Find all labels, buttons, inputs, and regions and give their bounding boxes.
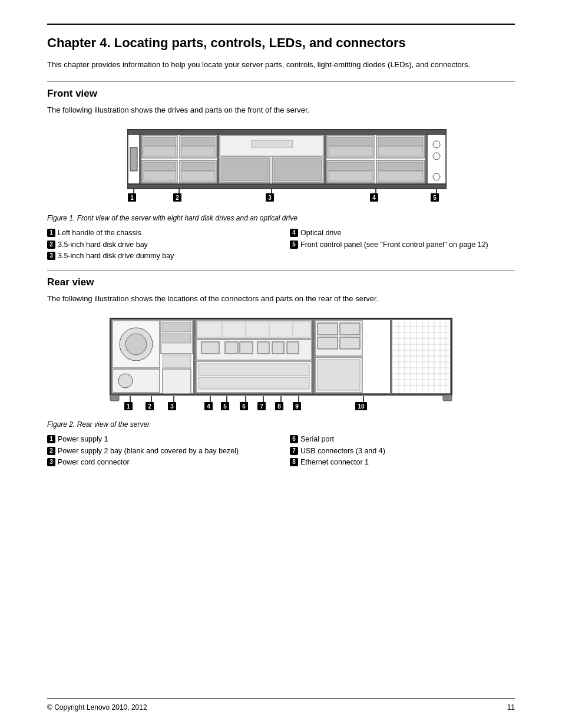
svg-rect-33: [329, 162, 372, 171]
rear-view-svg: 1 2 3 4 5 6 7: [92, 312, 470, 416]
rear-badge-7: 7: [290, 447, 298, 455]
badge-1: 1: [47, 229, 55, 237]
front-view-desc: The following illustration shows the dri…: [47, 104, 515, 116]
svg-rect-90: [340, 323, 360, 335]
svg-text:4: 4: [372, 195, 376, 201]
svg-rect-79: [240, 342, 253, 354]
rear-part-3: 3 Power cord connector: [47, 457, 272, 468]
svg-text:5: 5: [433, 195, 437, 201]
svg-rect-14: [144, 171, 176, 181]
svg-text:2: 2: [176, 195, 179, 201]
svg-rect-34: [329, 171, 372, 181]
badge-3: 3: [47, 252, 55, 260]
svg-rect-82: [287, 342, 299, 354]
front-view-caption: Figure 1. Front view of the server with …: [47, 214, 515, 222]
svg-rect-66: [163, 334, 191, 343]
svg-rect-80: [257, 342, 269, 354]
front-part-4: 4 Optical drive: [290, 228, 515, 239]
rear-badge-8: 8: [290, 458, 298, 466]
svg-rect-65: [163, 322, 191, 332]
front-view-title: Front view: [47, 88, 515, 100]
rear-part-1-text: Power supply 1: [58, 434, 272, 445]
page-number: 11: [507, 703, 515, 711]
intro-text: This chapter provides information to hel…: [47, 59, 515, 71]
svg-rect-94: [392, 319, 451, 394]
svg-rect-89: [318, 337, 338, 349]
rear-view-title: Rear view: [47, 276, 515, 288]
svg-rect-30: [378, 137, 423, 146]
svg-rect-81: [272, 342, 284, 354]
svg-text:10: 10: [358, 403, 365, 410]
svg-rect-8: [144, 146, 176, 156]
svg-rect-23: [222, 160, 268, 181]
svg-rect-4: [130, 147, 137, 171]
svg-rect-93: [318, 360, 360, 390]
svg-text:1: 1: [130, 195, 134, 201]
rear-badge-6: 6: [290, 435, 298, 443]
svg-text:1: 1: [127, 403, 130, 410]
svg-point-40: [433, 153, 440, 160]
rear-part-8-text: Ethernet connector 1: [300, 457, 515, 468]
front-part-2-text: 3.5-inch hard disk drive bay: [58, 240, 272, 251]
svg-rect-7: [144, 137, 176, 146]
svg-rect-10: [181, 137, 214, 146]
svg-rect-1: [128, 130, 446, 134]
badge-5: 5: [290, 241, 298, 249]
front-view-rule: [47, 81, 515, 82]
front-part-3-text: 3.5-inch hard disk drive dummy bay: [58, 251, 272, 262]
svg-rect-17: [181, 171, 214, 181]
svg-rect-68: [163, 369, 191, 394]
badge-4: 4: [290, 229, 298, 237]
svg-point-39: [433, 141, 440, 148]
svg-point-61: [125, 334, 147, 355]
svg-rect-116: [110, 395, 119, 401]
front-view-figure: 1 2 3 4 5: [47, 124, 515, 209]
front-part-1-text: Left handle of the chassis: [58, 228, 272, 239]
svg-rect-28: [329, 146, 372, 156]
svg-rect-24: [274, 160, 322, 181]
front-part-5: 5 Front control panel (see "Front contro…: [290, 240, 515, 251]
svg-rect-31: [378, 146, 423, 156]
copyright: © Copyright Lenovo 2010, 2012: [47, 703, 147, 711]
front-part-3: 3 3.5-inch hard disk drive dummy bay: [47, 251, 272, 262]
rear-part-6: 6 Serial port: [290, 434, 515, 445]
svg-rect-91: [340, 337, 360, 349]
footer: © Copyright Lenovo 2010, 2012 11: [47, 698, 515, 711]
rear-badge-3: 3: [47, 458, 55, 466]
svg-rect-11: [181, 146, 214, 156]
svg-rect-27: [329, 137, 372, 146]
rear-badge-1: 1: [47, 435, 55, 443]
svg-text:5: 5: [223, 403, 227, 410]
chapter-title: Chapter 4. Locating parts, controls, LED…: [47, 35, 515, 51]
page: Chapter 4. Locating parts, controls, LED…: [0, 0, 562, 728]
front-part-2: 2 3.5-inch hard disk drive bay: [47, 240, 272, 251]
rear-part-6-text: Serial port: [300, 434, 515, 445]
top-rule: [47, 24, 515, 25]
svg-text:2: 2: [148, 403, 151, 410]
rear-part-8: 8 Ethernet connector 1: [290, 457, 515, 468]
svg-text:3: 3: [170, 403, 174, 410]
svg-text:4: 4: [207, 403, 210, 410]
svg-rect-78: [225, 342, 238, 354]
svg-rect-13: [144, 162, 176, 171]
svg-text:7: 7: [260, 403, 263, 410]
rear-part-7-text: USB connectors (3 and 4): [300, 446, 515, 457]
rear-view-caption: Figure 2. Rear view of the server: [47, 420, 515, 429]
rear-part-2: 2 Power supply 2 bay (blank and covered …: [47, 446, 272, 457]
rear-view-figure: 1 2 3 4 5 6 7: [47, 312, 515, 416]
svg-text:6: 6: [242, 403, 246, 410]
svg-text:3: 3: [268, 195, 272, 201]
svg-rect-77: [201, 342, 219, 354]
svg-text:8: 8: [277, 403, 281, 410]
svg-point-63: [118, 374, 133, 388]
rear-part-2-text: Power supply 2 bay (blank and covered by…: [58, 446, 272, 457]
svg-rect-85: [199, 377, 309, 389]
rear-part-7: 7 USB connectors (3 and 4): [290, 446, 515, 457]
front-part-5-text: Front control panel (see "Front control …: [300, 240, 515, 251]
front-part-4-text: Optical drive: [300, 228, 515, 239]
rear-part-3-text: Power cord connector: [58, 457, 272, 468]
svg-rect-16: [181, 162, 214, 171]
svg-rect-67: [163, 355, 191, 368]
front-part-1: 1 Left handle of the chassis: [47, 228, 272, 239]
rear-view-desc: The following illustration shows the loc…: [47, 293, 515, 305]
